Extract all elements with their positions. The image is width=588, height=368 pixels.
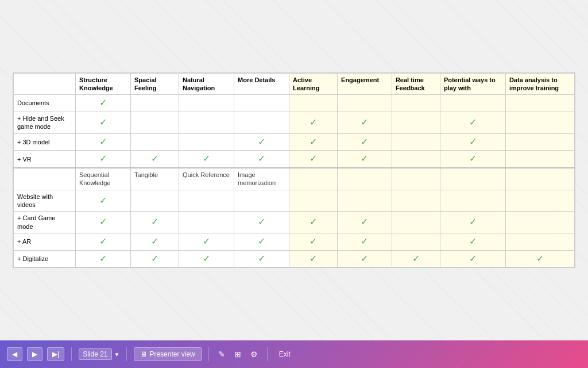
cell: ✓ xyxy=(131,212,179,233)
cell xyxy=(440,190,505,212)
check-icon: ✓ xyxy=(238,236,285,248)
row-label: + Hide and Seek game mode xyxy=(14,112,76,133)
cell: ✓ xyxy=(338,212,392,233)
check-icon: ✓ xyxy=(293,117,334,129)
next-button[interactable]: ▶| xyxy=(47,347,64,361)
check-icon: ✓ xyxy=(79,253,127,265)
cell xyxy=(234,190,289,212)
prev-button[interactable]: ◀ xyxy=(7,347,22,361)
cell: ✓ xyxy=(234,133,289,151)
cell: ✓ xyxy=(338,112,392,133)
monitor-icon: 🖥 xyxy=(140,350,147,358)
cell xyxy=(505,233,574,250)
presenter-view-button[interactable]: 🖥 Presenter view xyxy=(134,347,201,361)
cell: ✓ xyxy=(179,151,234,168)
slide-info: Slide 21 ▼ xyxy=(79,348,119,360)
slide-dropdown[interactable]: Slide 21 xyxy=(79,348,111,360)
cell xyxy=(338,95,392,112)
cell: ✓ xyxy=(131,250,179,267)
check-icon: ✓ xyxy=(396,253,436,265)
check-icon: ✓ xyxy=(183,236,230,248)
cell: ✓ xyxy=(338,151,392,168)
check-icon: ✓ xyxy=(293,216,334,228)
col-header-9: Data analysis to improve training xyxy=(505,73,574,95)
cell: ✓ xyxy=(440,112,505,133)
cell: ✓ xyxy=(76,151,131,168)
check-icon: ✓ xyxy=(444,153,502,165)
cell: ✓ xyxy=(505,250,574,267)
cell xyxy=(131,112,179,133)
check-icon: ✓ xyxy=(79,153,127,165)
comparison-table: Structure Knowledge Spacial Feeling Natu… xyxy=(13,73,575,268)
gear-icon[interactable]: ⚙ xyxy=(248,347,260,361)
bottom-bar: ◀ ▶ ▶| Slide 21 ▼ 🖥 Presenter view ✎ ⊞ ⚙… xyxy=(0,340,588,368)
sub-col-2: Tangible xyxy=(131,168,179,190)
grid-icon[interactable]: ⊞ xyxy=(232,347,243,361)
separator-3 xyxy=(208,347,209,361)
table-row: + Hide and Seek game mode ✓ ✓ ✓ ✓ xyxy=(14,112,575,133)
cell xyxy=(131,95,179,112)
exit-button[interactable]: Exit xyxy=(274,348,295,361)
check-icon: ✓ xyxy=(341,253,388,265)
cell: ✓ xyxy=(234,151,289,168)
check-icon: ✓ xyxy=(134,253,175,265)
main-content: Structure Knowledge Spacial Feeling Natu… xyxy=(0,0,588,340)
check-icon: ✓ xyxy=(79,97,127,109)
cell xyxy=(234,95,289,112)
pen-icon[interactable]: ✎ xyxy=(216,347,227,361)
table-row: + AR ✓ ✓ ✓ ✓ ✓ ✓ ✓ xyxy=(14,233,575,250)
check-icon: ✓ xyxy=(293,253,334,265)
cell: ✓ xyxy=(338,250,392,267)
cell xyxy=(505,112,574,133)
cell xyxy=(131,190,179,212)
cell: ✓ xyxy=(76,233,131,250)
col-header-3: Natural Navigation xyxy=(179,73,234,95)
check-icon: ✓ xyxy=(444,216,502,228)
cell xyxy=(440,95,505,112)
header-row: Structure Knowledge Spacial Feeling Natu… xyxy=(14,73,575,95)
cell: ✓ xyxy=(338,233,392,250)
col-header-8: Potential ways to play with xyxy=(440,73,505,95)
col-header-1: Structure Knowledge xyxy=(76,73,131,95)
cell: ✓ xyxy=(76,95,131,112)
table-row: Documents ✓ xyxy=(14,95,575,112)
sub-col-5 xyxy=(289,168,338,190)
row-label: + AR xyxy=(14,233,76,250)
check-icon: ✓ xyxy=(509,253,571,265)
table-row: + 3D model ✓ ✓ ✓ ✓ ✓ xyxy=(14,133,575,151)
table-row: + VR ✓ ✓ ✓ ✓ ✓ ✓ ✓ xyxy=(14,151,575,168)
separator-4 xyxy=(267,347,268,361)
check-icon: ✓ xyxy=(79,136,127,148)
check-icon: ✓ xyxy=(183,153,230,165)
col-header-5: Active Learning xyxy=(289,73,338,95)
col-header-2: Spacial Feeling xyxy=(131,73,179,95)
cell: ✓ xyxy=(234,250,289,267)
cell: ✓ xyxy=(131,233,179,250)
cell: ✓ xyxy=(440,233,505,250)
cell xyxy=(179,133,234,151)
play-button[interactable]: ▶ xyxy=(27,347,42,361)
cell: ✓ xyxy=(338,133,392,151)
sub-col-8 xyxy=(440,168,505,190)
cell xyxy=(179,190,234,212)
row-label: + Digitalize xyxy=(14,250,76,267)
cell: ✓ xyxy=(76,190,131,212)
check-icon: ✓ xyxy=(341,117,388,129)
table-wrapper: Structure Knowledge Spacial Feeling Natu… xyxy=(13,72,575,269)
check-icon: ✓ xyxy=(79,117,127,129)
cell: ✓ xyxy=(289,112,338,133)
table-row: Website with videos ✓ xyxy=(14,190,575,212)
table-row: + Card Game mode ✓ ✓ ✓ ✓ ✓ ✓ xyxy=(14,212,575,233)
cell xyxy=(392,233,440,250)
check-icon: ✓ xyxy=(341,136,388,148)
check-icon: ✓ xyxy=(134,216,175,228)
slide-dropdown-arrow: ▼ xyxy=(114,351,120,358)
check-icon: ✓ xyxy=(293,136,334,148)
col-header-4: More Details xyxy=(234,73,289,95)
sub-col-7 xyxy=(392,168,440,190)
cell: ✓ xyxy=(392,250,440,267)
cell: ✓ xyxy=(131,151,179,168)
cell: ✓ xyxy=(179,233,234,250)
row-label: Documents xyxy=(14,95,76,112)
col-header-6: Engagement xyxy=(338,73,392,95)
